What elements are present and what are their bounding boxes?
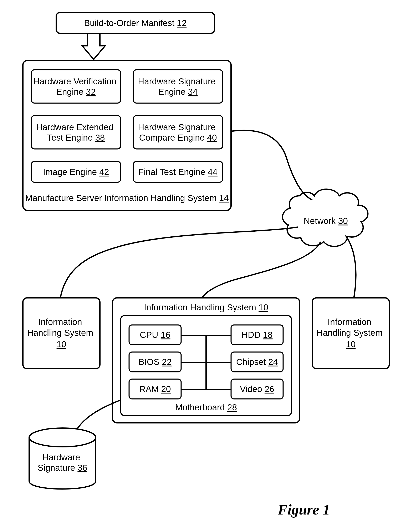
network-cloud: Network 30 — [282, 189, 368, 246]
svg-rect-5 — [133, 116, 223, 149]
connector-cloud-ihs-left — [60, 227, 298, 298]
svg-rect-2 — [31, 70, 121, 103]
connector-ihs-db — [77, 400, 121, 429]
chipset-box: Chipset 24 — [236, 357, 278, 367]
ihs-right: Information Handling System 10 — [312, 298, 389, 369]
ihs-center: Information Handling System 10 CPU 16 BI… — [112, 298, 300, 423]
diagram-root: Build-to-Order Manifest 12 Hardware Veri… — [0, 0, 393, 532]
ihs-center-label: Information Handling System 10 — [144, 303, 268, 312]
connector-cloud-ihs-center — [202, 242, 321, 298]
ram-box: RAM 20 — [139, 384, 171, 394]
engine-image: Image Engine 42 — [43, 167, 109, 177]
svg-text:Information
      Handling Sys: Information Handling System 10 — [316, 317, 385, 349]
motherboard-label: Motherboard 28 — [175, 403, 237, 412]
connector-server-cloud — [231, 130, 312, 200]
engine-hw-verification: Hardware Verification Engine 32 — [33, 76, 119, 97]
hdd-box: HDD 18 — [241, 330, 272, 340]
db-label: Hardware Signature 36 — [38, 452, 87, 473]
db-cylinder: Hardware Signature 36 — [29, 428, 96, 489]
svg-text:Information
      Handling Sys: Information Handling System 10 — [27, 317, 96, 349]
engine-final-test: Final Test Engine 44 — [138, 167, 217, 177]
engine-hw-ext-test: Hardware Extended Test Engine 38 — [36, 122, 116, 143]
engine-hw-signature: Hardware Signature Engine 34 — [138, 76, 218, 97]
svg-rect-4 — [31, 116, 121, 149]
network-label: Network 30 — [304, 216, 348, 226]
manifest-label: Build-to-Order Manifest 12 — [84, 18, 187, 28]
bios-box: BIOS 22 — [139, 357, 172, 367]
svg-rect-3 — [133, 70, 223, 103]
svg-point-22 — [29, 428, 96, 447]
manifest-box: Build-to-Order Manifest 12 — [56, 13, 214, 33]
video-box: Video 26 — [240, 384, 274, 394]
arrow-manifest-to-server — [82, 33, 105, 59]
figure-caption: Figure 1 — [278, 502, 330, 518]
connector-cloud-ihs-right — [345, 235, 356, 298]
cpu-box: CPU 16 — [140, 330, 170, 340]
ihs-left: Information Handling System 10 — [23, 298, 100, 369]
engine-hw-sig-compare: Hardware Signature Compare Engine 40 — [138, 122, 218, 143]
server-box: Hardware Verification Engine 32 Hardware… — [23, 60, 231, 210]
server-label: Manufacture Server Information Handling … — [25, 193, 229, 203]
